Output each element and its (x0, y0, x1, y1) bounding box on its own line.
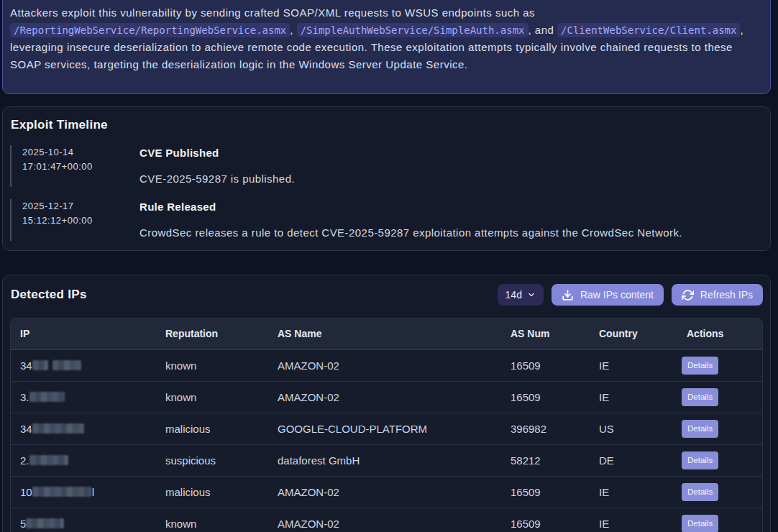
timeline-event: 2025-10-1417:01:47+00:00CVE PublishedCVE… (10, 145, 763, 187)
cell-ip: 2. (11, 444, 156, 476)
endpoint-code-simpleauthwebservice: /SimpleAuthWebService/SimpleAuth.asmx (297, 23, 528, 37)
cell-actions: Details (677, 381, 762, 413)
refresh-icon (682, 289, 694, 301)
table-head: IPReputationAS NameAS NumCountryActions (11, 318, 762, 349)
cell-ip: 3. (11, 381, 156, 413)
endpoint-code-reportingwebservice: /ReportingWebService/ReportingWebService… (10, 23, 290, 37)
cell-actions: Details (677, 349, 762, 381)
details-button[interactable]: Details (682, 515, 718, 532)
ip-value: 34 (20, 423, 147, 435)
cell-as-num: 16509 (501, 476, 590, 508)
period-select-value: 14d (505, 289, 522, 301)
detected-ips-table-container: IPReputationAS NameAS NumCountryActions … (10, 318, 763, 532)
cell-ip: 5 (11, 508, 156, 532)
cell-country: DE (590, 444, 677, 476)
cell-ip: 10l (11, 476, 156, 508)
ip-value: 3. (20, 391, 147, 403)
ip-redacted-block (32, 423, 84, 434)
cell-reputation: malicious (156, 413, 268, 444)
detected-ips-controls: 14d Raw IPs content Refresh IPs (498, 284, 763, 306)
cell-actions: Details (677, 444, 762, 476)
vulnerability-description-card: Attackers exploit this vulnerability by … (2, 0, 771, 94)
timeline-items: 2025-10-1417:01:47+00:00CVE PublishedCVE… (10, 145, 763, 241)
cell-actions: Details (677, 413, 762, 444)
timeline-event-time: 17:01:47+00:00 (22, 160, 139, 174)
details-button[interactable]: Details (682, 357, 718, 375)
raw-ips-content-button[interactable]: Raw IPs content (552, 284, 664, 306)
cell-country: IE (590, 476, 677, 508)
ip-redacted-block (32, 487, 91, 497)
cell-as-name: dataforest GmbH (268, 444, 501, 476)
cell-country: IE (590, 349, 677, 381)
table-row: 34maliciousGOOGLE-CLOUD-PLATFORM396982US… (11, 413, 762, 444)
detected-ips-title: Detected IPs (10, 288, 87, 302)
endpoint-code-clientwebservice: /ClientWebService/Client.asmx (557, 23, 740, 37)
cell-actions: Details (677, 476, 762, 508)
table-body: 34knownAMAZON-0216509IEDetails3.knownAMA… (11, 349, 762, 532)
timeline-event-datetime: 2025-10-1417:01:47+00:00 (22, 145, 139, 187)
ip-suffix: l (92, 486, 94, 498)
cell-ip: 34 (11, 349, 156, 381)
details-button[interactable]: Details (682, 483, 718, 501)
ip-value: 10l (20, 486, 147, 498)
period-select[interactable]: 14d (498, 284, 544, 306)
ip-value: 5 (20, 518, 147, 530)
cell-as-name: AMAZON-02 (268, 508, 501, 532)
ip-prefix: 10 (20, 486, 32, 498)
timeline-event-date: 2025-10-14 (22, 145, 139, 160)
refresh-ips-button[interactable]: Refresh IPs (672, 284, 763, 306)
description-text-before: Attackers exploit this vulnerability by … (10, 6, 535, 19)
table-row: 3.knownAMAZON-0216509IEDetails (11, 381, 762, 413)
details-button[interactable]: Details (682, 451, 718, 469)
exploit-timeline-title: Exploit Timeline (10, 118, 763, 132)
timeline-event-description: CrowdSec releases a rule to detect CVE-2… (139, 226, 763, 240)
cell-ip: 34 (11, 413, 156, 444)
cell-as-num: 16509 (501, 381, 590, 413)
timeline-event-description: CVE-2025-59287 is published. (139, 172, 763, 186)
cell-as-name: GOOGLE-CLOUD-PLATFORM (268, 413, 501, 444)
content-stack: Attackers exploit this vulnerability by … (2, 0, 771, 532)
column-header: AS Num (501, 318, 590, 349)
timeline-event-title: CVE Published (139, 147, 763, 160)
cell-as-name: AMAZON-02 (268, 381, 501, 413)
raw-ips-content-label: Raw IPs content (580, 289, 654, 301)
column-header: Reputation (156, 318, 268, 349)
ip-redacted-block (29, 392, 65, 402)
vulnerability-description: Attackers exploit this vulnerability by … (10, 4, 763, 73)
timeline-event-content: Rule ReleasedCrowdSec releases a rule to… (139, 199, 763, 241)
cell-reputation: suspicious (156, 444, 268, 476)
cell-actions: Details (677, 508, 762, 532)
ip-redacted-block (52, 360, 81, 370)
ip-prefix: 2. (20, 454, 29, 467)
cell-as-name: AMAZON-02 (268, 476, 501, 508)
cell-reputation: known (156, 349, 268, 381)
details-button[interactable]: Details (682, 420, 718, 438)
cell-country: IE (590, 381, 677, 413)
cell-as-name: AMAZON-02 (268, 349, 501, 381)
column-header: Country (590, 318, 677, 349)
ip-redacted-block (26, 518, 64, 528)
table-row: 5knownAMAZON-0216509IEDetails (11, 508, 762, 532)
refresh-ips-label: Refresh IPs (700, 289, 753, 301)
column-header: IP (11, 318, 156, 349)
detected-ips-card: Detected IPs 14d Raw IPs content Refresh… (2, 275, 771, 532)
table-row: 34knownAMAZON-0216509IEDetails (11, 349, 762, 381)
ip-value: 34 (20, 359, 147, 372)
download-icon (562, 289, 574, 301)
timeline-event-title: Rule Released (139, 201, 763, 214)
cell-reputation: malicious (156, 476, 268, 508)
timeline-event-date: 2025-12-17 (22, 199, 139, 214)
ip-prefix: 5 (20, 518, 26, 530)
cell-as-num: 16509 (501, 508, 590, 532)
cell-as-num: 58212 (501, 444, 590, 476)
cell-country: US (590, 413, 677, 444)
cell-as-num: 396982 (501, 413, 590, 444)
details-button[interactable]: Details (682, 388, 718, 406)
ip-prefix: 34 (20, 359, 32, 372)
table-header-row: IPReputationAS NameAS NumCountryActions (11, 318, 762, 349)
detected-ips-header: Detected IPs 14d Raw IPs content Refresh… (10, 284, 763, 306)
cell-as-num: 16509 (501, 349, 590, 381)
chevron-down-icon (527, 290, 536, 299)
cell-reputation: known (156, 381, 268, 413)
timeline-event-time: 15:12:12+00:00 (22, 214, 139, 228)
